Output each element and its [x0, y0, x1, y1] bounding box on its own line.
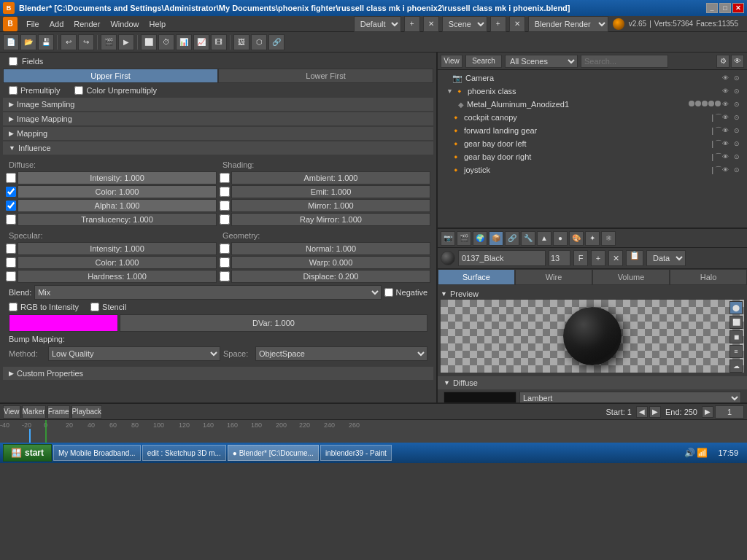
scenes-dropdown[interactable]: All Scenes	[505, 55, 578, 68]
tab-volume[interactable]: Volume	[592, 269, 670, 285]
save-button[interactable]: 💾	[38, 34, 54, 50]
material-name-input[interactable]	[458, 250, 546, 266]
outliner-search-input[interactable]	[581, 55, 668, 68]
image-mapping-header[interactable]: ▶ Image Mapping	[3, 112, 433, 125]
gear-bay-right-vis-icon[interactable]: 👁	[722, 153, 732, 160]
data-props-btn[interactable]: ▲	[537, 231, 551, 246]
diffuse-shader-select[interactable]: Lambert	[519, 392, 741, 402]
particle-props-btn[interactable]: ✦	[585, 231, 600, 246]
preview-sky-btn[interactable]: ☁	[729, 359, 743, 373]
cockpit-vis-icon[interactable]: 👁	[722, 114, 732, 121]
close-button[interactable]: ✕	[732, 3, 744, 13]
outliner-hide-btn[interactable]: 👁	[731, 55, 744, 68]
material-num-input[interactable]	[549, 250, 570, 266]
object-props-btn[interactable]: 📦	[489, 231, 503, 246]
joystick-select-icon[interactable]: ⊙	[734, 166, 744, 174]
play-next-btn[interactable]: ▶	[702, 406, 713, 418]
ambient-checkbox[interactable]	[220, 173, 230, 183]
intensity-slider[interactable]: Intensity: 1.000	[18, 171, 217, 184]
undo-button[interactable]: ↩	[61, 34, 77, 50]
rgb-to-intensity-checkbox[interactable]	[9, 303, 18, 311]
new-button[interactable]: 📄	[3, 34, 19, 50]
tree-item-camera[interactable]: 📷 Camera 👁 ⊙	[439, 71, 746, 85]
tree-item-landing-gear[interactable]: 🔸 forward landing gear | ⌒ 👁 ⊙	[439, 124, 746, 137]
intensity-checkbox[interactable]	[6, 173, 16, 183]
tree-item-joystick[interactable]: 🔸 joystick | ⌒ 👁 ⊙	[439, 163, 746, 176]
nla-button[interactable]: 🎞	[211, 34, 227, 50]
fields-checkbox[interactable]	[9, 57, 18, 66]
material-data-select[interactable]: Data	[646, 250, 686, 266]
low-quality-select[interactable]: Low Quality	[48, 346, 220, 361]
gear-bay-left-select-icon[interactable]: ⊙	[734, 140, 744, 147]
camera-select-icon[interactable]: ⊙	[734, 74, 744, 82]
material-copy-button[interactable]: 📋	[626, 250, 643, 266]
dvar-bar[interactable]: DVar: 1.000	[120, 314, 427, 332]
render-props-btn[interactable]: 📷	[441, 231, 455, 246]
renderer-dropdown[interactable]: Blender Render	[528, 16, 608, 32]
taskbar-item-3[interactable]: inblender39 - Paint	[320, 445, 392, 461]
hardness-slider[interactable]: Hardness: 1.000	[18, 270, 217, 283]
lower-first-button[interactable]: Lower First	[218, 69, 433, 83]
landing-gear-select-icon[interactable]: ⊙	[734, 127, 744, 134]
ray-mirror-slider[interactable]: Ray Mirror: 1.000	[231, 213, 430, 226]
material-remove-button[interactable]: ✕	[608, 250, 623, 266]
warp-slider[interactable]: Warp: 0.000	[231, 256, 430, 269]
render-button[interactable]: 🎬	[101, 34, 117, 50]
timeline-content[interactable]: -40 -20 0 20 40 60 80 100 120 140 160 18…	[0, 420, 747, 443]
menu-window[interactable]: Window	[106, 18, 143, 30]
custom-properties-header[interactable]: ▶ Custom Properties	[3, 367, 433, 380]
object-space-select[interactable]: ObjectSpace	[255, 346, 427, 361]
upper-first-button[interactable]: Upper First	[3, 69, 218, 83]
timeline-button[interactable]: ⏱	[158, 34, 174, 50]
tree-item-material[interactable]: ◆ Metal_Aluminum_Anodized1 👁 ⊙	[439, 98, 746, 111]
timeline-playback-btn[interactable]: Playback	[71, 405, 103, 419]
image-sampling-header[interactable]: ▶ Image Sampling	[3, 98, 433, 111]
displace-slider[interactable]: Displace: 0.200	[231, 270, 430, 283]
scene-dropdown[interactable]: Scene	[442, 16, 487, 32]
taskbar-item-0[interactable]: My Mobile Broadband...	[53, 445, 141, 461]
dopesheet-button[interactable]: 📊	[176, 34, 192, 50]
spec-intensity-slider[interactable]: Intensity: 1.000	[18, 242, 217, 255]
start-button[interactable]: 🪟 start	[3, 444, 52, 462]
scene-props-btn[interactable]: 🎬	[457, 231, 471, 246]
normal-slider[interactable]: Normal: 1.000	[231, 242, 430, 255]
spec-intensity-checkbox[interactable]	[6, 244, 16, 254]
preview-cube-btn[interactable]: ◼	[729, 330, 743, 343]
redo-button[interactable]: ↪	[78, 34, 94, 50]
graph-button[interactable]: 📈	[193, 34, 209, 50]
premultiply-checkbox[interactable]	[9, 86, 18, 95]
minimize-button[interactable]: _	[706, 3, 718, 13]
compositor-button[interactable]: 🔗	[268, 34, 285, 50]
menu-render[interactable]: Render	[69, 18, 104, 30]
material-add-button[interactable]: +	[591, 250, 605, 266]
open-button[interactable]: 📂	[20, 34, 36, 50]
play-btn[interactable]: ▶	[649, 406, 661, 418]
view3d-button[interactable]: ⬜	[141, 34, 157, 50]
hardness-checkbox[interactable]	[6, 271, 16, 281]
spec-color-slider[interactable]: Color: 1.000	[18, 256, 217, 269]
diffuse-color-swatch[interactable]	[444, 392, 516, 402]
joystick-vis-icon[interactable]: 👁	[722, 166, 732, 174]
material-vis-icon[interactable]: 👁	[722, 101, 732, 108]
taskbar-item-1[interactable]: edit : Sketchup 3D m...	[142, 445, 226, 461]
negative-checkbox[interactable]	[384, 288, 393, 297]
outliner-view-btn[interactable]: View	[441, 55, 462, 68]
mapping-header[interactable]: ▶ Mapping	[3, 127, 433, 140]
tab-wire[interactable]: Wire	[515, 269, 592, 285]
tree-item-phoenix[interactable]: ▼ 🔸 phoenix class 👁 ⊙	[439, 85, 746, 98]
mirror-checkbox[interactable]	[220, 201, 230, 211]
cockpit-select-icon[interactable]: ⊙	[734, 114, 744, 121]
diffuse-section-header[interactable]: ▼ Diffuse	[438, 376, 747, 389]
mirror-slider[interactable]: Mirror: 1.000	[231, 199, 430, 212]
taskbar-item-2[interactable]: ● Blender* [C:\Docume...	[228, 445, 319, 461]
modifier-props-btn[interactable]: 🔧	[521, 231, 535, 246]
color-slider[interactable]: Color: 1.000	[18, 185, 217, 198]
gear-bay-left-vis-icon[interactable]: 👁	[722, 140, 732, 147]
timeline-frame-btn[interactable]: Frame	[47, 405, 70, 419]
tab-surface[interactable]: Surface	[438, 269, 515, 285]
color-swatch[interactable]	[9, 314, 118, 332]
menu-file[interactable]: File	[22, 18, 44, 30]
color-unpremultiply-checkbox[interactable]	[74, 86, 83, 95]
tree-item-cockpit[interactable]: 🔸 cockpit canopy | ⌒ 👁 ⊙	[439, 111, 746, 124]
ambient-slider[interactable]: Ambient: 1.000	[231, 171, 430, 184]
